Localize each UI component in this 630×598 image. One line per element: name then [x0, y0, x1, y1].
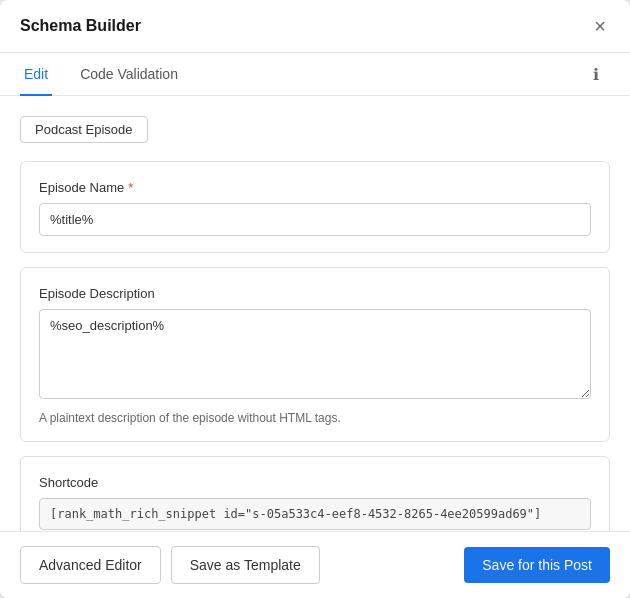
tabs-bar: Edit Code Validation ℹ	[0, 53, 630, 96]
info-icon: ℹ	[593, 65, 599, 84]
episode-name-input[interactable]	[39, 203, 591, 236]
shortcode-section: Shortcode You can either use this shortc…	[20, 456, 610, 531]
required-star: *	[128, 180, 133, 195]
shortcode-label: Shortcode	[39, 475, 591, 490]
episode-description-label: Episode Description	[39, 286, 591, 301]
close-button[interactable]: ×	[590, 14, 610, 38]
modal-header: Schema Builder ×	[0, 0, 630, 53]
modal-body: Podcast Episode Episode Name * Episode D…	[0, 96, 630, 531]
modal-footer: Advanced Editor Save as Template Save fo…	[0, 531, 630, 598]
schema-builder-modal: Schema Builder × Edit Code Validation ℹ …	[0, 0, 630, 598]
tab-edit[interactable]: Edit	[20, 54, 52, 96]
episode-description-hint: A plaintext description of the episode w…	[39, 411, 591, 425]
shortcode-input[interactable]	[39, 498, 591, 530]
info-icon-button[interactable]: ℹ	[582, 60, 610, 88]
save-template-button[interactable]: Save as Template	[171, 546, 320, 584]
episode-description-section: Episode Description %seo_description% A …	[20, 267, 610, 442]
advanced-editor-button[interactable]: Advanced Editor	[20, 546, 161, 584]
episode-name-label: Episode Name *	[39, 180, 591, 195]
episode-description-input[interactable]: %seo_description%	[39, 309, 591, 399]
tab-code-validation[interactable]: Code Validation	[76, 54, 182, 96]
schema-type-badge: Podcast Episode	[20, 116, 148, 143]
modal-title: Schema Builder	[20, 17, 141, 35]
save-for-post-button[interactable]: Save for this Post	[464, 547, 610, 583]
footer-left-buttons: Advanced Editor Save as Template	[20, 546, 320, 584]
episode-name-section: Episode Name *	[20, 161, 610, 253]
